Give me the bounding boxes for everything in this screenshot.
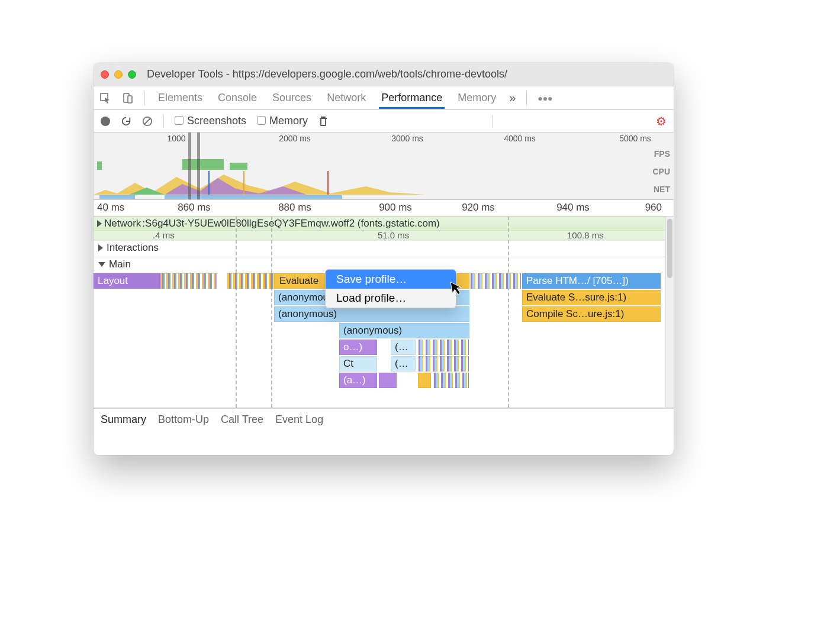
- vertical-scrollbar[interactable]: [665, 217, 674, 408]
- menu-save-profile[interactable]: Save profile…: [326, 270, 456, 289]
- interactions-label: Interactions: [107, 242, 159, 254]
- inspect-element-icon[interactable]: [99, 92, 111, 104]
- flame-bar-misc[interactable]: [227, 273, 274, 289]
- overview-selection-handle-right[interactable]: [197, 133, 200, 199]
- zoom-window-button[interactable]: [128, 70, 136, 79]
- overview-tick: 2000 ms: [279, 134, 311, 143]
- overview-tick: 5000 ms: [619, 134, 651, 143]
- separator: [492, 115, 493, 128]
- ruler-tick: 960: [645, 202, 662, 214]
- cpu-track: [94, 171, 674, 195]
- flame-bar-misc[interactable]: [418, 340, 469, 355]
- fps-label: FPS: [652, 149, 670, 159]
- titlebar: Developer Tools - https://developers.goo…: [94, 63, 674, 86]
- tab-eventlog[interactable]: Event Log: [275, 413, 323, 426]
- settings-gear-icon[interactable]: ⚙: [656, 114, 667, 128]
- more-tabs-icon[interactable]: »: [509, 91, 516, 105]
- svg-rect-7: [230, 163, 247, 170]
- flame-bar-misc[interactable]: [433, 373, 469, 388]
- flame-bar-misc[interactable]: [379, 373, 397, 388]
- clear-icon[interactable]: [142, 116, 153, 127]
- network-track-label: Network: [104, 218, 141, 230]
- ruler-tick: 900 ms: [379, 202, 412, 214]
- detail-ruler[interactable]: 40 ms 860 ms 880 ms 900 ms 920 ms 940 ms…: [94, 200, 674, 217]
- flame-bar-evaluate2[interactable]: Evaluate S…sure.js:1): [522, 290, 661, 305]
- overview-tick: 1000: [167, 134, 185, 143]
- scrollbar-thumb[interactable]: [667, 219, 672, 278]
- fps-track: [94, 159, 674, 171]
- close-window-button[interactable]: [101, 70, 109, 79]
- overview-tick: 3000 ms: [391, 134, 423, 143]
- tab-network[interactable]: Network: [324, 87, 368, 109]
- flame-bar-anon[interactable]: (anonymous): [274, 306, 469, 322]
- flame-bar-a[interactable]: (a…): [339, 373, 377, 388]
- flame-bar-parsehtml[interactable]: Parse HTM…/ [705…]): [522, 273, 661, 289]
- svg-rect-2: [128, 96, 132, 103]
- flame-bar-anon[interactable]: (anonymous): [339, 323, 469, 338]
- network-track[interactable]: Network :S6g4U3t-Y5UEw0lE80llgEseQY3FEmq…: [94, 217, 674, 231]
- tab-memory[interactable]: Memory: [455, 87, 498, 109]
- performance-toolbar: Screenshots Memory ⚙: [94, 110, 674, 133]
- overview-selection-handle-left[interactable]: [188, 133, 191, 199]
- network-request: :S6g4U3t-Y5UEw0lE80llgEseQY3FEmqw.woff2 …: [142, 218, 439, 230]
- flame-bar-paren[interactable]: (…: [391, 356, 416, 371]
- expand-icon[interactable]: [97, 220, 102, 227]
- flame-bar-misc[interactable]: [418, 356, 469, 371]
- reload-icon[interactable]: [121, 116, 131, 127]
- tab-performance[interactable]: Performance: [379, 87, 445, 109]
- memory-checkbox[interactable]: Memory: [257, 115, 308, 127]
- trash-icon[interactable]: [318, 116, 328, 127]
- ruler-tick: 940 ms: [556, 202, 590, 214]
- expand-icon[interactable]: [98, 244, 103, 251]
- screenshots-checkbox[interactable]: Screenshots: [175, 115, 246, 127]
- tab-sources[interactable]: Sources: [270, 87, 314, 109]
- tab-console[interactable]: Console: [215, 87, 259, 109]
- memory-label: Memory: [269, 115, 308, 127]
- separator: [144, 91, 145, 105]
- flame-bar-misc[interactable]: [418, 373, 431, 388]
- frame-time: 100.8 ms: [567, 230, 604, 240]
- main-label: Main: [109, 259, 131, 270]
- ruler-tick: 920 ms: [462, 202, 495, 214]
- overview-timeline[interactable]: 1000 2000 ms 3000 ms 4000 ms 5000 ms FPS…: [94, 133, 674, 200]
- frame-time: 51.0 ms: [378, 230, 409, 240]
- interactions-track[interactable]: Interactions: [94, 240, 674, 257]
- flame-bar-compile[interactable]: Compile Sc…ure.js:1): [522, 306, 661, 322]
- kebab-menu-icon[interactable]: ● ● ●: [538, 93, 551, 103]
- panel-tabs: Elements Console Sources Network Perform…: [94, 86, 674, 110]
- collapse-icon[interactable]: [98, 262, 105, 267]
- device-toggle-icon[interactable]: [122, 92, 134, 104]
- flame-bar-misc[interactable]: [470, 273, 521, 289]
- menu-load-profile[interactable]: Load profile…: [326, 289, 456, 308]
- separator: [163, 115, 164, 128]
- record-button[interactable]: [101, 117, 110, 126]
- overview-tick: 4000 ms: [504, 134, 536, 143]
- window-controls: [101, 70, 136, 79]
- tab-summary[interactable]: Summary: [101, 413, 146, 426]
- flame-bar-misc[interactable]: [160, 273, 217, 289]
- mouse-cursor-icon: [450, 279, 464, 296]
- window-title: Developer Tools - https://developers.goo…: [147, 68, 667, 80]
- flame-chart[interactable]: Network :S6g4U3t-Y5UEw0lE80llgEseQY3FEmq…: [94, 217, 674, 408]
- flame-bar-o[interactable]: o…): [339, 340, 377, 355]
- overview-ruler: 1000 2000 ms 3000 ms 4000 ms 5000 ms: [94, 133, 674, 146]
- tab-bottomup[interactable]: Bottom-Up: [158, 413, 209, 426]
- net-track: [94, 195, 674, 199]
- screenshots-label: Screenshots: [187, 115, 246, 127]
- context-menu: Save profile… Load profile…: [325, 269, 456, 308]
- frame-time: .4 ms: [153, 230, 175, 240]
- tab-elements[interactable]: Elements: [156, 87, 205, 109]
- separator: [526, 91, 527, 105]
- minimize-window-button[interactable]: [114, 70, 123, 79]
- flame-bar-ct[interactable]: Ct: [339, 356, 377, 371]
- svg-rect-12: [165, 195, 342, 199]
- ruler-tick: 40 ms: [94, 202, 124, 214]
- details-tabs: Summary Bottom-Up Call Tree Event Log: [94, 408, 674, 431]
- svg-line-4: [145, 118, 150, 124]
- ruler-tick: 860 ms: [178, 202, 211, 214]
- flame-bar-layout[interactable]: Layout: [94, 273, 160, 289]
- tab-calltree[interactable]: Call Tree: [221, 413, 263, 426]
- flame-bar-paren[interactable]: (…: [391, 340, 416, 355]
- svg-rect-11: [99, 195, 135, 199]
- svg-rect-5: [97, 161, 102, 170]
